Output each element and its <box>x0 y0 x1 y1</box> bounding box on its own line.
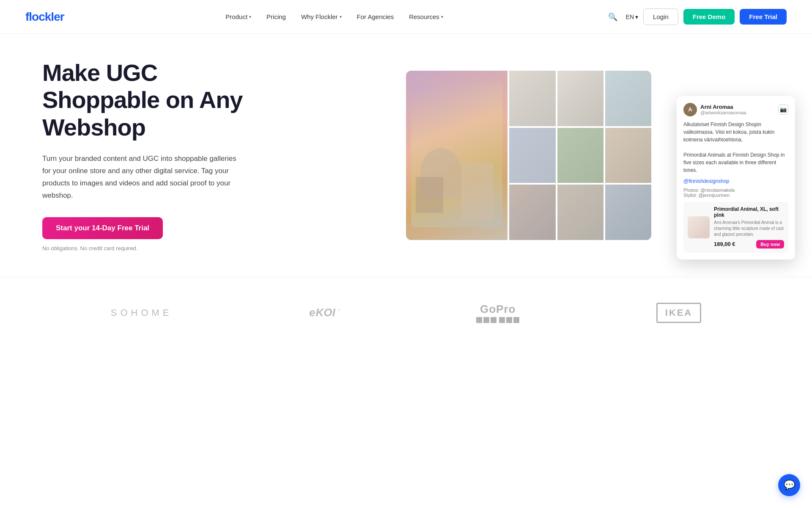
brand-name: flockler <box>25 10 64 24</box>
hero-description: Turn your branded content and UGC into s… <box>42 153 245 202</box>
nav-link-agencies[interactable]: For Agencies <box>351 10 400 24</box>
cta-button[interactable]: Start your 14-Day Free Trial <box>42 217 163 239</box>
nav-links: Product ▾ Pricing Why Flockler ▾ For Age… <box>219 10 449 24</box>
language-selector[interactable]: EN ▾ <box>626 14 638 20</box>
brand-ikea: IKEA <box>656 303 702 323</box>
card-product-item: Primordial Animal, XL, soft pink Arni Ar… <box>683 202 788 253</box>
mosaic-cell-5 <box>557 128 604 183</box>
card-hashtag: @finnishdesignshop <box>683 178 788 184</box>
chevron-down-icon: ▾ <box>249 14 251 19</box>
no-obligations-text: No obligations. No credit card required. <box>42 245 254 251</box>
mosaic-cell-2 <box>557 71 604 126</box>
brand-gopro: GoPro <box>476 303 519 323</box>
mosaic-cell-3 <box>605 71 651 126</box>
buy-now-button[interactable]: Buy now <box>756 240 784 248</box>
product-popup-card: A Arni Aromaa @artworksarniaromaa 📷 Alku… <box>677 96 795 260</box>
product-price: 189,00 € <box>714 241 735 247</box>
mosaic-cell-7 <box>509 185 555 240</box>
mosaic-cell-1 <box>509 71 555 126</box>
avatar: A <box>683 103 697 116</box>
login-button[interactable]: Login <box>643 8 678 25</box>
product-footer: 189,00 € Buy now <box>714 240 784 248</box>
search-icon[interactable]: 🔍 <box>605 9 621 25</box>
user-handle: @artworksarniaromaa <box>700 110 778 115</box>
hero-content: Make UGC Shoppable on Any Webshop Turn y… <box>42 59 254 251</box>
card-post-text: Alkutalviset Finnish Design Shopin valik… <box>683 121 788 174</box>
mosaic-cell-8 <box>557 185 604 240</box>
product-description: Arni Aromaa's Primordial Animal is a cha… <box>714 220 784 237</box>
mosaic-cell-6 <box>605 128 651 183</box>
chevron-down-icon: ▾ <box>635 14 638 20</box>
hero-section: Make UGC Shoppable on Any Webshop Turn y… <box>0 34 812 277</box>
free-trial-button[interactable]: Free Trial <box>740 9 787 25</box>
gallery-mosaic <box>406 71 651 240</box>
username: Arni Aromaa <box>700 104 778 110</box>
nav-actions: 🔍 EN ▾ Login Free Demo Free Trial <box>605 8 787 25</box>
brand-ekoi: e KOI ˊ <box>309 306 340 319</box>
product-info: Primordial Animal, XL, soft pink Arni Ar… <box>714 206 784 248</box>
nav-link-pricing[interactable]: Pricing <box>261 10 292 24</box>
chevron-down-icon: ▾ <box>340 14 342 19</box>
card-header: A Arni Aromaa @artworksarniaromaa 📷 <box>683 103 788 116</box>
nav-link-product[interactable]: Product ▾ <box>219 10 257 24</box>
brand-sohome: SOHOME <box>111 307 173 318</box>
product-image <box>688 216 710 238</box>
brand-logo[interactable]: flockler <box>25 10 64 24</box>
card-credits: Photos: @nicolasmakelaStylist: @jennijuu… <box>683 188 788 198</box>
navbar: flockler Product ▾ Pricing Why Flockler … <box>0 0 812 34</box>
instagram-icon: 📷 <box>778 105 788 115</box>
nav-link-resources[interactable]: Resources ▾ <box>403 10 449 24</box>
nav-link-why-flockler[interactable]: Why Flockler ▾ <box>295 10 348 24</box>
mosaic-cell-4 <box>509 128 555 183</box>
hero-visual: A Arni Aromaa @artworksarniaromaa 📷 Alku… <box>271 71 787 240</box>
product-name: Primordial Animal, XL, soft pink <box>714 206 784 218</box>
brands-section: SOHOME e KOI ˊ GoPro IKEA <box>0 277 812 348</box>
hero-title: Make UGC Shoppable on Any Webshop <box>42 59 254 141</box>
mosaic-main-image <box>406 71 508 240</box>
chevron-down-icon: ▾ <box>441 14 443 19</box>
free-demo-button[interactable]: Free Demo <box>683 9 735 25</box>
mosaic-cell-9 <box>605 185 651 240</box>
user-info: Arni Aromaa @artworksarniaromaa <box>700 104 778 115</box>
